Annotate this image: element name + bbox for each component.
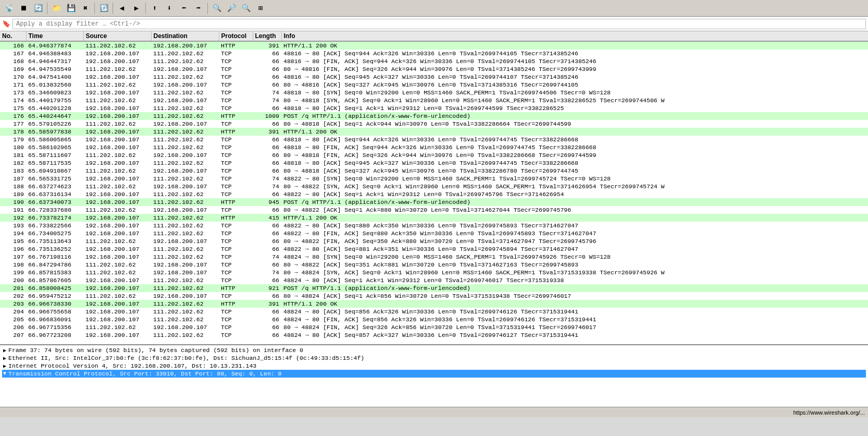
cell-dst: 111.202.102.62 xyxy=(151,73,219,81)
detail-item[interactable]: ▼Transmission Control Protocol, Src Port… xyxy=(2,370,866,378)
col-header-destination[interactable]: Destination xyxy=(151,31,219,41)
detail-item[interactable]: ▶Ethernet II, Src: IntelCor_37:b0:fe (3c… xyxy=(2,354,866,362)
table-row[interactable]: 187 66.565331725 192.168.200.107 111.202… xyxy=(0,175,868,183)
table-row[interactable]: 178 65.585977838 192.168.200.107 111.202… xyxy=(0,128,868,136)
table-row[interactable]: 176 65.440244647 192.168.200.107 111.202… xyxy=(0,112,868,120)
cell-no: 189 xyxy=(0,190,26,198)
zoom-out-icon[interactable]: 🔍 xyxy=(239,2,253,15)
col-header-length[interactable]: Length xyxy=(253,31,281,41)
table-row[interactable]: 204 66.966755658 192.168.200.107 111.202… xyxy=(0,308,868,316)
table-row[interactable]: 190 66.637340073 192.168.200.107 111.202… xyxy=(0,198,868,206)
table-row[interactable]: 207 66.967723208 192.168.200.107 111.202… xyxy=(0,331,868,339)
table-row[interactable]: 173 65.346609823 192.168.200.107 111.202… xyxy=(0,89,868,96)
table-header: No. Time Source Destination Protocol Len… xyxy=(0,31,868,41)
cell-no: 207 xyxy=(0,331,26,339)
table-row[interactable]: 199 66.857815383 111.202.102.62 192.168.… xyxy=(0,269,868,276)
zoom-fit-icon[interactable]: 🔍 xyxy=(210,2,224,15)
back-icon[interactable]: ◀ xyxy=(115,2,129,15)
table-row[interactable]: 182 65.587117535 192.168.200.107 111.202… xyxy=(0,159,868,167)
cell-dst: 192.168.200.107 xyxy=(151,120,219,128)
cell-proto: TCP xyxy=(219,269,253,276)
right-icon[interactable]: ➡ xyxy=(192,2,205,15)
antenna-icon[interactable]: 📡 xyxy=(2,2,16,15)
detail-panel: ▶Frame 37: 74 bytes on wire (592 bits), … xyxy=(0,344,868,407)
table-row[interactable]: 193 66.733822566 192.168.200.107 111.202… xyxy=(0,222,868,229)
table-row[interactable]: 167 64.946388483 192.168.200.107 111.202… xyxy=(0,50,868,57)
table-row[interactable]: 170 64.947541400 192.168.200.107 111.202… xyxy=(0,73,868,81)
cell-info: 48822 → 80 [ACK] Seq=1 Ack=1 Win=29312 L… xyxy=(281,190,868,198)
table-row[interactable]: 171 65.013832560 111.202.102.62 192.168.… xyxy=(0,81,868,89)
table-row[interactable]: 174 65.440179755 111.202.102.62 192.168.… xyxy=(0,96,868,104)
jump-to-icon[interactable]: ⬆ xyxy=(148,2,162,15)
table-row[interactable]: 192 66.733782174 192.168.200.107 111.202… xyxy=(0,214,868,222)
packet-list[interactable]: No. Time Source Destination Protocol Len… xyxy=(0,31,868,344)
table-row[interactable]: 196 66.735136252 192.168.200.107 111.202… xyxy=(0,245,868,253)
cell-len: 391 xyxy=(253,128,281,136)
cell-info: 48824 → 80 [ACK] Seq=1 Ack=1 Win=29312 L… xyxy=(281,276,868,284)
cell-time: 65.586102965 xyxy=(26,143,83,151)
cell-info: 48818 → 80 [ACK] Seq=945 Ack=327 Win=303… xyxy=(281,159,868,167)
zoom-in-icon[interactable]: 🔎 xyxy=(225,2,238,15)
folder-icon[interactable]: 📁 xyxy=(49,2,63,15)
restart-icon[interactable]: 🔄 xyxy=(31,2,45,15)
forward-icon[interactable]: ▶ xyxy=(130,2,143,15)
table-row[interactable]: 201 66.858008425 192.168.200.107 111.202… xyxy=(0,284,868,292)
table-row[interactable]: 206 66.967715356 111.202.102.62 192.168.… xyxy=(0,323,868,331)
reload-icon[interactable]: 🔃 xyxy=(97,2,110,15)
grid-icon[interactable]: ⊞ xyxy=(254,2,267,15)
left-icon[interactable]: ⬅ xyxy=(177,2,191,15)
close-capture-icon[interactable]: ✖ xyxy=(79,2,92,15)
table-row[interactable]: 188 66.637274623 111.202.102.62 192.168.… xyxy=(0,183,868,190)
table-row[interactable]: 191 66.728337680 111.202.102.62 192.168.… xyxy=(0,206,868,214)
table-row[interactable]: 183 65.694910867 111.202.102.62 192.168.… xyxy=(0,167,868,175)
table-row[interactable]: 166 64.946377874 111.202.102.62 192.168.… xyxy=(0,41,868,50)
packet-table: No. Time Source Destination Protocol Len… xyxy=(0,31,868,339)
table-row[interactable]: 202 66.959475212 111.202.102.62 192.168.… xyxy=(0,292,868,300)
table-row[interactable]: 203 66.966738330 192.168.200.107 111.202… xyxy=(0,300,868,308)
table-row[interactable]: 197 66.767198116 192.168.200.107 111.202… xyxy=(0,253,868,261)
table-row[interactable]: 195 66.735113643 111.202.102.62 192.168.… xyxy=(0,237,868,245)
cell-proto: TCP xyxy=(219,276,253,284)
cell-src: 192.168.200.107 xyxy=(83,50,151,57)
cell-proto: TCP xyxy=(219,308,253,316)
cell-dst: 192.168.200.107 xyxy=(151,41,219,50)
detail-item[interactable]: ▶Frame 37: 74 bytes on wire (592 bits), … xyxy=(2,346,866,354)
cell-dst: 192.168.200.107 xyxy=(151,323,219,331)
table-row[interactable]: 198 66.847294786 111.202.102.62 192.168.… xyxy=(0,261,868,269)
cell-dst: 111.202.102.62 xyxy=(151,229,219,237)
cell-no: 173 xyxy=(0,89,26,96)
table-row[interactable]: 177 65.579105226 111.202.102.62 192.168.… xyxy=(0,120,868,128)
cell-info: 80 → 48822 [SYN, ACK] Seq=0 Ack=1 Win=28… xyxy=(281,183,868,190)
cell-info: 48818 → 80 [FIN, ACK] Seq=944 Ack=326 Wi… xyxy=(281,143,868,151)
detail-item[interactable]: ▶Internet Protocol Version 4, Src: 192.1… xyxy=(2,362,866,370)
table-row[interactable]: 175 65.440201228 192.168.200.107 111.202… xyxy=(0,104,868,112)
cell-time: 66.735136252 xyxy=(26,245,83,253)
down-icon[interactable]: ⬇ xyxy=(163,2,176,15)
table-row[interactable]: 168 64.946447317 192.168.200.107 111.202… xyxy=(0,57,868,65)
cell-src: 111.202.102.62 xyxy=(83,269,151,276)
table-row[interactable]: 189 66.637316134 192.168.200.107 111.202… xyxy=(0,190,868,198)
table-row[interactable]: 180 65.586102965 192.168.200.107 111.202… xyxy=(0,143,868,151)
col-header-time[interactable]: Time xyxy=(26,31,83,41)
table-row[interactable]: 169 64.947535549 111.202.102.62 192.168.… xyxy=(0,65,868,73)
cell-src: 111.202.102.62 xyxy=(83,261,151,269)
table-row[interactable]: 194 66.734005275 192.168.200.107 111.202… xyxy=(0,229,868,237)
cell-src: 111.202.102.62 xyxy=(83,96,151,104)
table-row[interactable]: 181 65.587111607 111.202.102.62 192.168.… xyxy=(0,151,868,159)
table-row[interactable]: 205 66.966836091 192.168.200.107 111.202… xyxy=(0,316,868,323)
cell-dst: 111.202.102.62 xyxy=(151,57,219,65)
filter-input[interactable] xyxy=(13,19,866,29)
table-row[interactable]: 200 66.857867605 192.168.200.107 111.202… xyxy=(0,276,868,284)
detail-text: Frame 37: 74 bytes on wire (592 bits), 7… xyxy=(8,347,303,354)
cell-time: 66.959475212 xyxy=(26,292,83,300)
cell-len: 415 xyxy=(253,214,281,222)
table-row[interactable]: 179 65.586005865 192.168.200.107 111.202… xyxy=(0,136,868,143)
col-header-source[interactable]: Source xyxy=(83,31,151,41)
col-header-protocol[interactable]: Protocol xyxy=(219,31,253,41)
stop-icon[interactable]: ⏹ xyxy=(17,2,30,15)
col-header-no[interactable]: No. xyxy=(0,31,26,41)
save-icon[interactable]: 💾 xyxy=(64,2,78,15)
col-header-info[interactable]: Info xyxy=(281,31,868,41)
cell-proto: TCP xyxy=(219,237,253,245)
cell-no: 201 xyxy=(0,284,26,292)
